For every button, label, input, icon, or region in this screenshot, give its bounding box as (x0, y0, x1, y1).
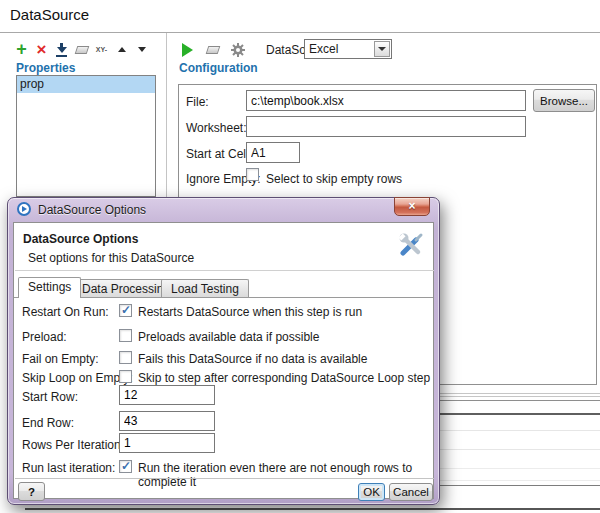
run-last-checkbox[interactable] (119, 460, 132, 473)
datasource-type-value: Excel (305, 40, 374, 58)
page-title: DataSource (10, 6, 89, 23)
start-row-input[interactable] (119, 385, 215, 405)
panel-divider (166, 33, 167, 197)
skip-loop-checkbox[interactable] (119, 370, 132, 383)
run-icon[interactable] (179, 42, 196, 59)
move-down-icon[interactable] (133, 41, 150, 58)
rows-per-iteration-label: Rows Per Iteration: (22, 438, 124, 452)
restart-checkbox[interactable] (119, 304, 132, 317)
clear-icon[interactable] (204, 42, 221, 59)
preload-label: Preload: (22, 330, 67, 344)
end-row-input[interactable] (119, 411, 215, 431)
properties-toolbar: + × XY- (13, 41, 150, 58)
clear-properties-icon[interactable] (73, 41, 90, 58)
options-gear-icon[interactable] (229, 42, 246, 59)
fail-on-empty-desc: Fails this DataSource if no data is avai… (138, 352, 367, 366)
dialog-header-title: DataSource Options (23, 232, 138, 246)
start-cell-input[interactable] (246, 142, 300, 163)
close-icon[interactable]: × (394, 197, 430, 216)
restart-label: Restart On Run: (22, 305, 109, 319)
footer-separator (15, 478, 434, 479)
properties-list[interactable]: prop (16, 75, 156, 197)
file-label: File: (186, 95, 209, 109)
import-properties-icon[interactable] (53, 41, 70, 58)
list-item[interactable]: prop (17, 76, 155, 93)
cancel-button[interactable]: Cancel (389, 483, 433, 501)
ok-button[interactable]: OK (358, 483, 385, 501)
datasource-options-dialog: DataSource Options × DataSource Options … (7, 197, 440, 505)
restart-desc: Restarts DataSource when this step is ru… (138, 305, 362, 319)
properties-header: Properties (16, 61, 75, 75)
dialog-title: DataSource Options (38, 203, 146, 217)
worksheet-input[interactable] (246, 116, 526, 137)
ignore-empty-text: Select to skip empty rows (266, 172, 402, 186)
tools-icon (395, 229, 425, 259)
datasource-type-select[interactable]: Excel (304, 39, 392, 59)
bg-window-bottom-edge (25, 508, 600, 510)
fail-on-empty-checkbox[interactable] (119, 351, 132, 364)
preload-checkbox[interactable] (119, 329, 132, 342)
run-last-label: Run last iteration: (22, 461, 115, 475)
tab-settings[interactable]: Settings (18, 277, 81, 298)
chevron-down-icon (378, 47, 386, 51)
file-input[interactable] (246, 90, 526, 111)
combo-dropdown-button[interactable] (374, 41, 390, 57)
start-cell-label: Start at Cell: (186, 147, 252, 161)
header-separator (15, 270, 434, 271)
end-row-label: End Row: (22, 416, 74, 430)
help-button[interactable]: ? (18, 482, 45, 501)
tab-load-testing[interactable]: Load Testing (161, 279, 249, 298)
ignore-empty-checkbox[interactable] (246, 168, 259, 181)
dialog-header-subtitle: Set options for this DataSource (28, 251, 194, 265)
skip-loop-desc: Skip to step after corresponding DataSou… (138, 371, 430, 385)
app-logo-icon (17, 202, 31, 216)
rows-per-iteration-input[interactable] (119, 433, 215, 453)
preload-desc: Preloads available data if possible (138, 330, 319, 344)
fail-on-empty-label: Fail on Empty: (22, 352, 99, 366)
add-property-icon[interactable]: + (13, 41, 30, 58)
start-row-label: Start Row: (22, 390, 78, 404)
configuration-header: Configuration (179, 61, 258, 75)
dialog-content: DataSource Options Set options for this … (13, 222, 434, 499)
worksheet-label: Worksheet: (186, 121, 246, 135)
datasource-panel: DataSource + × XY- Properties prop (0, 0, 600, 513)
skip-loop-label: Skip Loop on Empty: (22, 371, 133, 385)
title-separator (0, 32, 600, 33)
move-up-icon[interactable] (113, 41, 130, 58)
delete-property-icon[interactable]: × (33, 41, 50, 58)
browse-button[interactable]: Browse... (533, 89, 595, 112)
xy-properties-icon[interactable]: XY- (93, 41, 110, 58)
